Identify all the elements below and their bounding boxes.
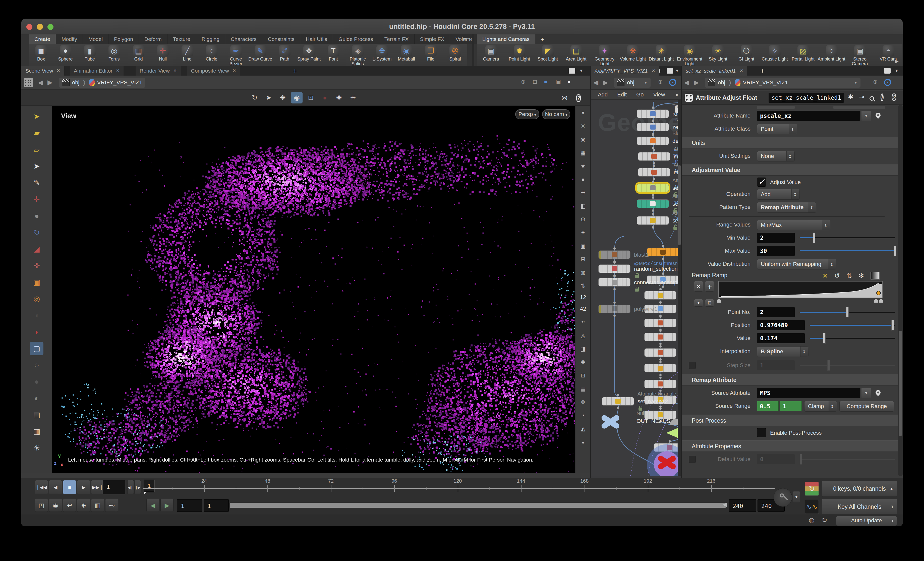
viewport-point-cloud[interactable] (52, 106, 575, 473)
viewport-tool-icon-9[interactable]: ✜ (30, 259, 44, 273)
key-all-channels-select[interactable]: Key All Channels (822, 499, 897, 515)
current-frame-field[interactable]: 1 (103, 480, 125, 494)
shelf-tab-constraints[interactable]: Constraints (262, 34, 300, 44)
min-value-slider[interactable] (800, 232, 895, 243)
display-option-icon-1[interactable]: ✳ (578, 121, 588, 131)
shelf-tool-spray-paint[interactable]: ❖Spray Paint (297, 44, 321, 66)
playbar-option-4[interactable]: ▥ (91, 499, 104, 512)
network-node-attribpromote1[interactable]: attribpromote1target (644, 319, 681, 328)
units-section-header[interactable]: Units (682, 137, 898, 148)
shelf-add-tab-button[interactable]: + (536, 34, 549, 44)
min-value-input[interactable]: 2 (757, 233, 795, 243)
display-option-icon-10[interactable]: ▣ (578, 241, 588, 251)
breadcrumb-node[interactable]: VRIFY_VPS_VIZ1 (97, 80, 142, 86)
adjust-value-checkbox[interactable] (757, 177, 766, 187)
jump-end-button[interactable]: ▶▶❘ (91, 480, 104, 494)
shelf-tool-circle[interactable]: ○Circle (200, 44, 224, 66)
pane-maximize-icon[interactable] (569, 68, 575, 74)
shelf-tab-deform[interactable]: Deform (139, 34, 168, 44)
source-range-min-input[interactable]: 0.5 (757, 401, 778, 411)
display-option-icon-15[interactable]: ◬ (578, 330, 588, 340)
linked-pane-grid-icon[interactable] (24, 78, 33, 87)
ramp-gradient-icon[interactable] (870, 272, 879, 279)
ramp-flip-icon[interactable]: ↺ (834, 272, 840, 280)
auto-update-select[interactable]: Auto Update (836, 516, 897, 526)
compute-range-button[interactable]: Compute Range (839, 401, 894, 412)
value-input[interactable]: 0.174 (757, 333, 805, 343)
attribute-picker-icon[interactable] (874, 389, 882, 396)
range-values-select[interactable]: Min/Max (757, 220, 830, 230)
shelf-tab-model[interactable]: Model (83, 34, 108, 44)
network-node-polywire1[interactable]: polywire1 (598, 304, 681, 314)
network-node-set-class[interactable]: Attribute Wrangleset_class (644, 291, 681, 300)
blue-cube-icon[interactable]: ■ (544, 79, 548, 85)
display-option-icon-12[interactable]: ◍ (578, 267, 588, 278)
pane-menu-arrow[interactable]: ▼ (675, 69, 679, 73)
network-node-min-mps14[interactable]: Attribute Promotemin_MPS14MPS (644, 348, 681, 357)
display-option-icon-5[interactable]: ● (578, 174, 588, 184)
ramp-point-handle[interactable] (717, 298, 721, 303)
prev-key-button[interactable]: ◀ (146, 499, 159, 512)
playbar-option-2[interactable]: ↩ (63, 499, 76, 512)
nav-back-icon[interactable]: ◀ (38, 79, 43, 86)
source-range-max-input[interactable]: 1 (780, 401, 802, 411)
shelf-tool-metaball[interactable]: ◉Metaball (394, 44, 418, 66)
point-no-slider[interactable] (800, 307, 895, 318)
shelf-tool-gi-light[interactable]: ❍GI Light (732, 44, 760, 66)
shelf-tab-hair-utils[interactable]: Hair Utils (300, 34, 333, 44)
record-icon[interactable]: ● (319, 92, 331, 104)
shelf-scroll-arrow[interactable]: ▶ (895, 58, 898, 64)
network-menu-overflow[interactable]: ▸ (676, 92, 679, 98)
info-icon[interactable]: i (880, 93, 884, 101)
tab-composite-view[interactable]: Composite View✕ (187, 66, 240, 76)
range-start-field[interactable]: 1 (177, 499, 202, 512)
shelf-tool-draw-curve[interactable]: ✎Draw Curve (248, 44, 272, 66)
key-options-arrow[interactable]: ▼ (793, 491, 800, 502)
network-node-set-color-using-mps1[interactable]: Attribute Adjust Colorset_color_using_MP… (637, 200, 681, 208)
range-end-field[interactable]: 240 (729, 499, 756, 512)
max-value-slider[interactable] (800, 245, 895, 256)
breadcrumb-root[interactable]: obj (72, 80, 80, 86)
tab-render-view[interactable]: Render View✕ (136, 66, 181, 76)
close-icon[interactable]: ✕ (116, 66, 120, 76)
network-menu-add[interactable]: Add (598, 92, 608, 98)
display-option-icon-4[interactable]: ★ (578, 161, 588, 171)
white-dot-icon[interactable]: ● (567, 79, 570, 85)
breadcrumb[interactable]: obj ❭ VRIFY_VPS_VIZ1 (59, 78, 146, 88)
node-name-input[interactable]: set_xz_scale_linked1 (769, 93, 844, 103)
viewport-tool-icon-14[interactable]: ▢ (30, 342, 44, 356)
viewport-tool-icon-11[interactable]: ◎ (30, 292, 44, 306)
shelf-tab-characters[interactable]: Characters (225, 34, 262, 44)
display-option-icon-8[interactable]: ⊙ (578, 214, 588, 224)
shelf-tab-rigging[interactable]: Rigging (196, 34, 225, 44)
no-cam-button[interactable]: No cam ▾ (542, 109, 570, 119)
interpolation-select[interactable]: B-Spline (757, 346, 809, 357)
viewport-tool-icon-8[interactable]: ◢ (30, 242, 44, 256)
shelf-tool-ambient-light[interactable]: ○Ambient Light (817, 44, 846, 66)
value-slider[interactable] (810, 333, 895, 344)
display-option-icon-23[interactable]: ◒ (578, 437, 588, 447)
display-option-icon-16[interactable]: ◨ (578, 344, 588, 354)
network-node-set-scale2[interactable]: Attribute Wrangleset_scale2 (637, 216, 681, 225)
memory-brain-icon[interactable]: ◍ (809, 516, 814, 524)
param-new-tab-button[interactable]: + (757, 66, 768, 76)
step-back-button[interactable]: ◀ (49, 480, 62, 494)
viewport-tool-icon-20[interactable]: ☀ (30, 441, 44, 455)
close-icon[interactable]: ✕ (57, 66, 60, 76)
network-node-min-mps13[interactable]: Attribute Promotemin_MPS13MPS (644, 333, 681, 342)
network-node-delete-below-cutoff3[interactable]: Blastdelete_below_cutoff3not: @MPS>`chs(… (637, 136, 681, 146)
shelf-tab-simple-fx[interactable]: Simple FX (414, 34, 450, 44)
shelf-tab-texture[interactable]: Texture (168, 34, 196, 44)
shelf-tool-torus[interactable]: ◎Torus (102, 44, 126, 66)
playback-range-bar[interactable] (230, 503, 726, 508)
network-menu-view[interactable]: View (653, 92, 665, 98)
enable-post-process-checkbox[interactable] (757, 428, 766, 437)
network-tab[interactable]: /obj/VRIFY_VPS_VIZ1✕ (591, 66, 659, 76)
shelf-tool-environment-light[interactable]: ◉Environment Light (675, 44, 704, 66)
animation-curves-icon[interactable]: ∿∿ (805, 500, 819, 514)
shelf-tool-l-system[interactable]: ❉L-System (370, 44, 394, 66)
shelf-tool-point-light[interactable]: ✹Point Light (505, 44, 534, 66)
position-slider[interactable] (810, 320, 895, 331)
playbar-option-0[interactable]: ◰ (35, 499, 48, 512)
network-node-random-selection1[interactable]: random_selection1 (598, 264, 681, 273)
